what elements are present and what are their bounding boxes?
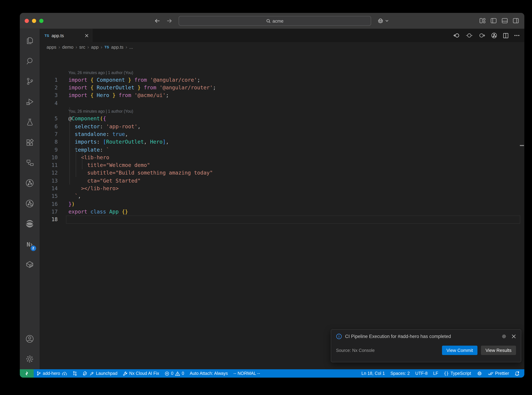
toggle-primary-sidebar-icon[interactable] [491, 18, 497, 23]
breadcrumb-item[interactable]: demo [62, 44, 74, 49]
code-area[interactable]: You, 26 minutes ago | 1 author (You)1imp… [40, 52, 524, 369]
close-tab-icon[interactable] [85, 33, 89, 37]
customize-layout-icon[interactable] [479, 18, 485, 23]
nx-graph-icon[interactable] [21, 173, 38, 193]
titlebar: acme [20, 13, 524, 29]
breadcrumb-item[interactable]: app [91, 44, 98, 49]
code-line[interactable]: 14 ></lib-hero> [40, 185, 524, 192]
code-line[interactable]: 7 standalone: true, [40, 130, 524, 138]
breadcrumb-tail[interactable]: ... [129, 44, 133, 49]
code-line[interactable]: 4 [40, 99, 524, 107]
code-line[interactable]: 5@Component({ [40, 115, 524, 123]
settings-gear-icon[interactable] [21, 349, 38, 369]
nx-graph-action-icon[interactable] [491, 32, 497, 38]
back-arrow-icon[interactable] [155, 18, 160, 23]
indent-guide [82, 146, 82, 169]
code-line[interactable]: 3import { Hero } from '@acme/ui'; [40, 92, 524, 99]
run-debug-icon[interactable] [21, 92, 38, 112]
nx-graph-explorer-icon[interactable] [21, 193, 38, 214]
publish-cloud-icon [62, 371, 67, 376]
blame-annotation[interactable]: You, 26 minutes ago | 1 author (You) [40, 68, 524, 76]
breadcrumb-item[interactable]: src [79, 44, 85, 49]
warning-count: 0 [182, 371, 184, 376]
nx-cloud-label: Nx Cloud AI Fix [129, 371, 159, 376]
zoom-window-button[interactable] [39, 19, 43, 23]
errors-icon [165, 371, 169, 376]
nav-forward-circle-icon[interactable] [478, 33, 485, 38]
forward-arrow-icon[interactable] [167, 18, 172, 23]
code-line[interactable]: 18 [40, 216, 524, 223]
split-editor-icon[interactable] [503, 33, 508, 38]
rocket-icon [83, 371, 88, 376]
code-line[interactable]: 6 selector: 'app-root', [40, 123, 524, 130]
search-icon [266, 19, 271, 23]
code-line[interactable]: 10 <lib-hero [40, 154, 524, 161]
auto-attach-status[interactable]: Auto Attach: Always [187, 369, 231, 378]
notifications-bell[interactable] [512, 369, 522, 378]
breadcrumb-item[interactable]: apps [47, 44, 56, 49]
tab-label: app.ts [52, 33, 64, 38]
view-commit-button[interactable]: View Commit [442, 346, 478, 355]
view-results-button[interactable]: View Results [481, 346, 516, 355]
package-icon[interactable] [21, 254, 38, 275]
console-swirl-icon[interactable] [21, 214, 38, 234]
more-actions-icon[interactable] [514, 35, 520, 36]
code-line[interactable]: 13 cta="Get Started" [40, 177, 524, 185]
git-branch-status[interactable]: add-hero [34, 369, 70, 378]
project-details-icon[interactable] [21, 153, 38, 173]
code-line[interactable]: 9 template: ` [40, 146, 524, 154]
cursor-position-status[interactable]: Ln 18, Col 1 [359, 369, 388, 378]
breadcrumb-file[interactable]: app.ts [111, 44, 124, 49]
launchpad-status[interactable]: Launchpad [80, 369, 120, 378]
minimize-window-button[interactable] [32, 19, 36, 23]
toggle-secondary-sidebar-icon[interactable] [513, 18, 519, 23]
tab-app-ts[interactable]: TS app.ts [40, 29, 92, 42]
code-line[interactable]: 11 title="Welcmoe demo" [40, 161, 524, 169]
notification-settings-gear-icon[interactable] [501, 334, 507, 339]
toggle-panel-icon[interactable] [502, 18, 508, 23]
notification-source: Source: Nx Console [336, 348, 375, 353]
problems-status[interactable]: 0 0 [162, 369, 187, 378]
pipeline-icon [73, 371, 77, 376]
indentation-status[interactable]: Spaces: 2 [388, 369, 413, 378]
nx-cloud-ai-fix-status[interactable]: Nx Cloud AI Fix [120, 369, 162, 378]
code-line[interactable]: 1import { Component } from '@angular/cor… [40, 76, 524, 84]
language-status[interactable]: {} TypeScript [441, 369, 474, 378]
search-sidebar-icon[interactable] [21, 51, 38, 71]
error-count: 0 [171, 371, 173, 376]
indent-guide [70, 107, 70, 185]
close-notification-icon[interactable] [511, 334, 516, 339]
prettier-status[interactable]: Prettier [485, 369, 512, 378]
warnings-icon [175, 371, 180, 376]
eol-status[interactable]: LF [430, 369, 441, 378]
search-input[interactable]: acme [179, 16, 371, 26]
vim-mode-status[interactable]: -- NORMAL -- [231, 369, 263, 378]
code-line[interactable]: 2import { RouterOutlet } from '@angular/… [40, 84, 524, 92]
pipeline-status[interactable] [70, 369, 80, 378]
remote-indicator[interactable] [20, 369, 34, 378]
extensions-icon[interactable] [21, 132, 38, 153]
nx-console-icon[interactable]: 2 [21, 234, 38, 254]
source-control-icon[interactable] [21, 71, 38, 92]
close-window-button[interactable] [25, 19, 29, 23]
screen: acme [0, 0, 532, 395]
blame-annotation[interactable]: You, 26 minutes ago | 1 author (You) [40, 107, 524, 115]
testing-icon[interactable] [21, 112, 38, 132]
code-line[interactable]: 8 imports: [RouterOutlet, Hero], [40, 138, 524, 146]
editor-group: TS app.ts apps demo [40, 29, 524, 369]
code-line[interactable]: 17export class App {} [40, 208, 524, 216]
explorer-icon[interactable] [21, 31, 38, 51]
code-line[interactable]: 12 subtitle="Build something amazing tod… [40, 169, 524, 177]
nav-back-circle-icon[interactable] [453, 33, 460, 38]
copilot-status[interactable] [474, 369, 485, 378]
status-bar: add-hero Launchpad Nx Cloud AI Fix 0 0 [20, 369, 524, 378]
code-line[interactable]: 16}) [40, 200, 524, 208]
copilot-menu[interactable] [377, 13, 388, 28]
code-line[interactable]: 15 `, [40, 192, 524, 200]
encoding-status[interactable]: UTF-8 [413, 369, 430, 378]
activity-bar: 2 [20, 29, 40, 369]
window-controls [25, 13, 43, 28]
accounts-icon[interactable] [21, 329, 38, 349]
nav-current-circle-icon[interactable] [466, 33, 473, 38]
launchpad-label: Launchpad [96, 371, 118, 376]
